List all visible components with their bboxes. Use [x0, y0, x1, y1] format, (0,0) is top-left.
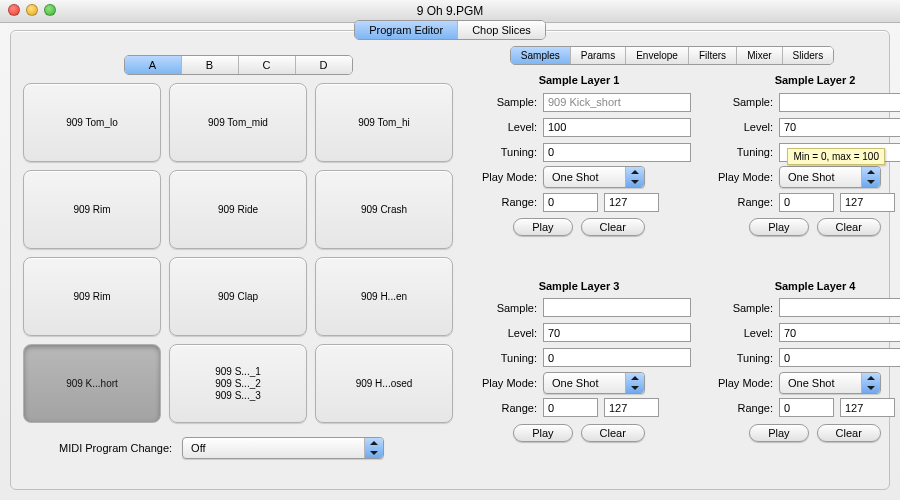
play-button[interactable]: Play — [513, 424, 572, 442]
tab-program-editor[interactable]: Program Editor — [355, 21, 458, 39]
range-low-field[interactable] — [543, 398, 598, 417]
pad-1[interactable]: 909 Tom_lo — [23, 83, 161, 162]
pad-5[interactable]: 909 Ride — [169, 170, 307, 249]
chevron-updown-icon — [364, 438, 383, 458]
level-label: Level: — [703, 121, 773, 133]
pad-8[interactable]: 909 Clap — [169, 257, 307, 336]
pad-3[interactable]: 909 Tom_hi — [315, 83, 453, 162]
sample-layer-2: Sample Layer 2Sample:Level:Tuning:Play M… — [703, 74, 900, 274]
tab-chop-slices[interactable]: Chop Slices — [458, 21, 545, 39]
layer-title: Sample Layer 3 — [467, 280, 691, 292]
tab-mixer[interactable]: Mixer — [737, 47, 782, 64]
bank-selector: A B C D — [124, 55, 353, 75]
pad-label: 909 Clap — [218, 291, 258, 303]
sample-field[interactable] — [779, 93, 900, 112]
pad-label: 909 K...hort — [66, 378, 118, 390]
level-field[interactable] — [543, 118, 691, 137]
range-label: Range: — [703, 196, 773, 208]
sample-layer-1: Sample Layer 1Sample:Level:Tuning:Play M… — [467, 74, 691, 274]
main-tabs: Program Editor Chop Slices — [354, 20, 546, 40]
range-high-field[interactable] — [604, 193, 659, 212]
pad-label: 909 S..._2 — [215, 378, 261, 390]
range-low-field[interactable] — [779, 398, 834, 417]
range-high-field[interactable] — [840, 193, 895, 212]
play-button[interactable]: Play — [749, 424, 808, 442]
tooltip: Min = 0, max = 100 — [787, 148, 885, 165]
tab-filters[interactable]: Filters — [689, 47, 737, 64]
sample-layer-3: Sample Layer 3Sample:Level:Tuning:Play M… — [467, 280, 691, 480]
chevron-updown-icon — [861, 373, 880, 393]
tab-sliders[interactable]: Sliders — [783, 47, 834, 64]
level-label: Level: — [703, 327, 773, 339]
pad-6[interactable]: 909 Crash — [315, 170, 453, 249]
midi-program-change-select[interactable]: Off — [182, 437, 384, 459]
bank-d[interactable]: D — [296, 56, 352, 74]
sample-field[interactable] — [543, 298, 691, 317]
tuning-field[interactable] — [543, 143, 691, 162]
sample-label: Sample: — [467, 96, 537, 108]
sample-field[interactable] — [543, 93, 691, 112]
layer-title: Sample Layer 4 — [703, 280, 900, 292]
pad-11[interactable]: 909 S..._1909 S..._2909 S..._3 — [169, 344, 307, 423]
clear-button[interactable]: Clear — [581, 218, 645, 236]
tab-samples[interactable]: Samples — [511, 47, 571, 64]
pad-9[interactable]: 909 H...en — [315, 257, 453, 336]
range-high-field[interactable] — [840, 398, 895, 417]
clear-button[interactable]: Clear — [817, 218, 881, 236]
play-button[interactable]: Play — [513, 218, 572, 236]
playmode-select[interactable]: One Shot — [543, 166, 645, 188]
tab-envelope[interactable]: Envelope — [626, 47, 689, 64]
level-field[interactable] — [779, 323, 900, 342]
pad-7[interactable]: 909 Rim — [23, 257, 161, 336]
playmode-label: Play Mode: — [467, 377, 537, 389]
sample-label: Sample: — [703, 96, 773, 108]
range-low-field[interactable] — [779, 193, 834, 212]
chevron-updown-icon — [625, 373, 644, 393]
playmode-label: Play Mode: — [467, 171, 537, 183]
pad-label: 909 H...en — [361, 291, 407, 303]
level-field[interactable] — [543, 323, 691, 342]
playmode-label: Play Mode: — [703, 377, 773, 389]
playmode-select[interactable]: One Shot — [779, 372, 881, 394]
pad-grid: 909 Tom_lo909 Tom_mid909 Tom_hi909 Rim90… — [23, 83, 453, 423]
level-field[interactable] — [779, 118, 900, 137]
midi-program-change-label: MIDI Program Change: — [59, 442, 172, 454]
range-label: Range: — [467, 402, 537, 414]
bank-c[interactable]: C — [239, 56, 296, 74]
tab-params[interactable]: Params — [571, 47, 626, 64]
pad-label: 909 S..._1 — [215, 366, 261, 378]
tuning-field[interactable] — [543, 348, 691, 367]
chevron-updown-icon — [625, 167, 644, 187]
bank-a[interactable]: A — [125, 56, 182, 74]
bank-b[interactable]: B — [182, 56, 239, 74]
pad-label: 909 Rim — [73, 291, 110, 303]
tuning-label: Tuning: — [703, 352, 773, 364]
tuning-field[interactable] — [779, 348, 900, 367]
playmode-select[interactable]: One Shot — [779, 166, 881, 188]
range-low-field[interactable] — [543, 193, 598, 212]
pad-label: 909 Tom_mid — [208, 117, 268, 129]
tuning-label: Tuning: — [703, 146, 773, 158]
play-button[interactable]: Play — [749, 218, 808, 236]
range-high-field[interactable] — [604, 398, 659, 417]
pad-4[interactable]: 909 Rim — [23, 170, 161, 249]
pad-2[interactable]: 909 Tom_mid — [169, 83, 307, 162]
clear-button[interactable]: Clear — [817, 424, 881, 442]
clear-button[interactable]: Clear — [581, 424, 645, 442]
pad-12[interactable]: 909 H...osed — [315, 344, 453, 423]
sample-label: Sample: — [467, 302, 537, 314]
close-icon[interactable] — [8, 4, 20, 16]
zoom-icon[interactable] — [44, 4, 56, 16]
minimize-icon[interactable] — [26, 4, 38, 16]
pad-label: 909 Rim — [73, 204, 110, 216]
pad-label: 909 Crash — [361, 204, 407, 216]
level-label: Level: — [467, 327, 537, 339]
playmode-select[interactable]: One Shot — [543, 372, 645, 394]
chevron-updown-icon — [861, 167, 880, 187]
sample-field[interactable] — [779, 298, 900, 317]
pad-label: 909 S..._3 — [215, 390, 261, 402]
right-tabs: Samples Params Envelope Filters Mixer Sl… — [510, 46, 834, 65]
window-title: 9 Oh 9.PGM — [417, 4, 484, 18]
pad-10[interactable]: 909 K...hort — [23, 344, 161, 423]
pad-label: 909 Ride — [218, 204, 258, 216]
